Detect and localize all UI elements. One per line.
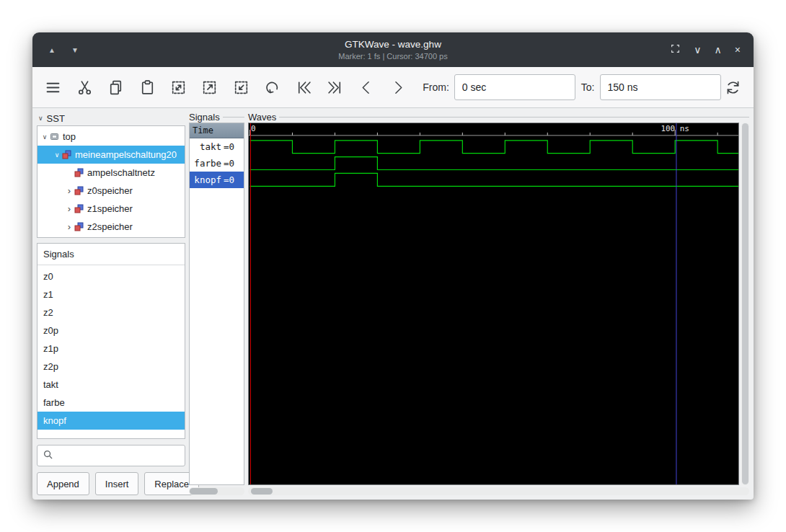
waves-panel: Waves 0100 ns xyxy=(248,111,749,495)
menu-button[interactable] xyxy=(41,75,65,99)
copy-icon xyxy=(107,79,125,97)
sst-panel: ∨ SST ∨top∨meineampelschaltung20ampelsch… xyxy=(37,111,185,495)
chevron-down-icon[interactable]: ∨ xyxy=(52,151,62,159)
tree-item-z1speicher[interactable]: ›z1speicher xyxy=(37,200,185,218)
undo-button[interactable] xyxy=(260,75,284,99)
wave-canvas[interactable]: 0100 ns xyxy=(248,123,739,485)
instance-icon xyxy=(74,186,85,195)
svg-text:100 ns: 100 ns xyxy=(661,124,689,133)
waves-panel-header: Waves xyxy=(248,111,749,123)
window-controls: ∨ ∧ × xyxy=(670,43,741,57)
marker-cursor-status: Marker: 1 fs | Cursor: 34700 ps xyxy=(338,51,447,61)
to-label: To: xyxy=(581,81,595,93)
wave-signal-row-knopf[interactable]: knopf=0 xyxy=(190,172,244,188)
wave-signal-value: =0 xyxy=(224,158,234,169)
sst-tree: ∨top∨meineampelschaltung20ampelschaltnet… xyxy=(37,125,185,238)
refresh-icon xyxy=(724,79,742,97)
signals-list: z0z1z2z0pz1pz2ptaktfarbeknopf xyxy=(37,265,185,438)
chevron-down-icon[interactable]: ∨ xyxy=(40,133,50,141)
signals-hscrollbar[interactable] xyxy=(189,487,244,495)
fullscreen-icon[interactable] xyxy=(670,43,681,57)
signal-item-z0p[interactable]: z0p xyxy=(37,322,185,340)
instance-icon xyxy=(74,222,85,231)
search-input[interactable] xyxy=(57,450,180,462)
append-button[interactable]: Append xyxy=(37,472,89,495)
wave-signal-row-farbe[interactable]: farbe=0 xyxy=(190,155,244,172)
wave-area: 0100 ns xyxy=(248,123,749,485)
waves-hscrollbar[interactable] xyxy=(248,487,749,495)
signals-list-header: Signals xyxy=(37,244,185,265)
sst-header-label: SST xyxy=(47,113,65,124)
tree-item-top[interactable]: ∨top xyxy=(37,128,185,146)
tree-item-ampelschaltnetz[interactable]: ampelschaltnetz xyxy=(37,164,185,182)
skip-to-end-button[interactable] xyxy=(323,75,347,99)
scrollbar-thumb[interactable] xyxy=(742,123,749,484)
titlebar-text: GTKWave - wave.ghw Marker: 1 fs | Cursor… xyxy=(338,38,447,61)
tree-item-z2speicher[interactable]: ›z2speicher xyxy=(37,218,185,236)
tree-item-meineampelschaltung20[interactable]: ∨meineampelschaltung20 xyxy=(37,146,185,164)
titlebar[interactable]: ▲ ▼ GTKWave - wave.ghw Marker: 1 fs | Cu… xyxy=(32,32,754,67)
toolbar: From: To: xyxy=(32,67,754,108)
signals-panel-header: Signals xyxy=(189,111,244,123)
scrollbar-thumb[interactable] xyxy=(190,488,218,495)
chevron-down-icon[interactable]: ∨ xyxy=(38,115,43,122)
wave-signal-row-takt[interactable]: takt=0 xyxy=(190,138,244,155)
signal-item-z1[interactable]: z1 xyxy=(37,285,185,303)
zoom-out-button[interactable] xyxy=(229,75,253,99)
scrollbar-thumb[interactable] xyxy=(251,488,273,495)
waves-vscrollbar[interactable] xyxy=(741,123,749,485)
wave-signal-names: Time takt=0farbe=0knopf=0 xyxy=(189,123,244,485)
signals-panel-title: Signals xyxy=(189,112,220,123)
copy-button[interactable] xyxy=(104,75,128,99)
tree-item-z0speicher[interactable]: ›z0speicher xyxy=(37,182,185,200)
wave-signal-name: takt xyxy=(191,141,221,152)
main-area: ∨ SST ∨top∨meineampelschaltung20ampelsch… xyxy=(32,108,754,500)
signal-item-z1p[interactable]: z1p xyxy=(37,340,185,358)
pan-down-icon[interactable]: ▼ xyxy=(71,46,79,54)
wave-signal-rows: takt=0farbe=0knopf=0 xyxy=(190,138,244,188)
chevron-right-icon[interactable]: › xyxy=(64,186,74,195)
window-title: GTKWave - wave.ghw xyxy=(338,38,447,51)
from-input[interactable] xyxy=(454,74,575,100)
cut-button[interactable] xyxy=(72,75,96,99)
reload-button[interactable] xyxy=(721,75,745,99)
scissors-icon xyxy=(76,79,94,97)
wave-signal-name: farbe xyxy=(191,158,221,169)
undo-icon xyxy=(263,79,281,97)
close-icon[interactable]: × xyxy=(735,45,741,55)
signal-item-farbe[interactable]: farbe xyxy=(37,394,185,412)
signal-search-box xyxy=(37,445,185,466)
to-input[interactable] xyxy=(600,74,721,100)
skip-start-icon xyxy=(295,79,313,97)
prev-edge-button[interactable] xyxy=(354,75,378,99)
insert-button[interactable]: Insert xyxy=(95,472,139,495)
instance-icon xyxy=(74,204,85,213)
signal-item-z2p[interactable]: z2p xyxy=(37,358,185,376)
signal-item-takt[interactable]: takt xyxy=(37,376,185,394)
zoom-out-icon xyxy=(232,79,250,97)
minimize-icon[interactable]: ∨ xyxy=(694,45,701,55)
chevron-right-icon[interactable]: › xyxy=(64,204,74,213)
signal-item-z2[interactable]: z2 xyxy=(37,303,185,322)
paste-button[interactable] xyxy=(135,75,159,99)
next-edge-button[interactable] xyxy=(386,75,410,99)
zoom-in-button[interactable] xyxy=(198,75,221,99)
zoom-fit-button[interactable] xyxy=(167,75,190,99)
signal-item-z0[interactable]: z0 xyxy=(37,267,185,285)
maximize-icon[interactable]: ∧ xyxy=(715,45,722,55)
instance-icon xyxy=(74,168,85,177)
tree-item-label: z1speicher xyxy=(87,203,133,214)
skip-to-start-button[interactable] xyxy=(292,75,316,99)
from-label: From: xyxy=(423,81,449,93)
zoom-in-icon xyxy=(200,79,218,97)
pan-up-icon[interactable]: ▲ xyxy=(48,46,56,54)
signal-item-knopf[interactable]: knopf xyxy=(37,412,185,430)
paste-icon xyxy=(138,79,156,97)
time-column-header: Time xyxy=(190,123,244,138)
divider xyxy=(223,117,244,118)
tree-item-label: ampelschaltnetz xyxy=(87,167,155,178)
time-header-label: Time xyxy=(193,125,213,136)
chevron-right-icon[interactable]: › xyxy=(64,222,74,231)
chip-icon xyxy=(50,132,61,141)
tree-item-label: z0speicher xyxy=(87,185,133,196)
